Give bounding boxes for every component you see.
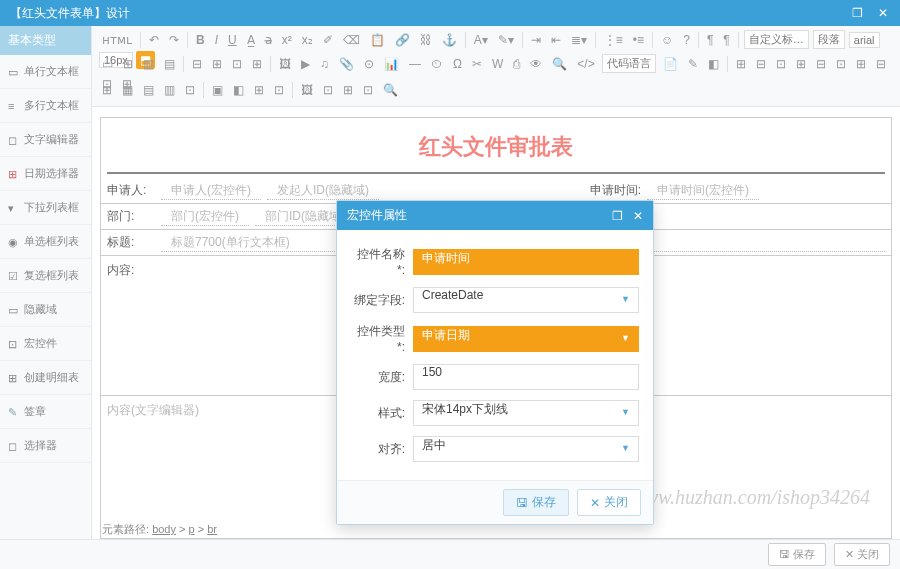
- tb-tcell5-icon[interactable]: ⊟: [812, 55, 830, 73]
- tb-r3-4-icon[interactable]: ▥: [160, 81, 179, 99]
- tb-r3-3-icon[interactable]: ▤: [139, 81, 158, 99]
- tb-print-icon[interactable]: ⎙: [509, 55, 524, 73]
- field-dept[interactable]: 部门(宏控件): [161, 208, 249, 226]
- tb-spechar-icon[interactable]: Ω: [449, 55, 466, 73]
- sidebar-item-selector[interactable]: ◻选择器: [0, 429, 91, 463]
- tb-r3-2-icon[interactable]: ▦: [118, 81, 137, 99]
- tb-r3-1-icon[interactable]: ⊞: [98, 81, 116, 99]
- tb-tcell7-icon[interactable]: ⊞: [852, 55, 870, 73]
- tb-code-icon[interactable]: </>: [573, 55, 598, 73]
- tb-outdent-icon[interactable]: ⇤: [547, 31, 565, 49]
- tb-draft-icon[interactable]: ✎: [684, 55, 702, 73]
- path-br[interactable]: br: [207, 523, 217, 535]
- tb-template-icon[interactable]: 📄: [659, 55, 682, 73]
- tb-map-icon[interactable]: ⊙: [360, 55, 378, 73]
- footer-close-button[interactable]: ✕ 关闭: [834, 543, 890, 566]
- tb-underline-icon[interactable]: U: [224, 31, 241, 49]
- tb-emoji-icon[interactable]: ☺: [657, 31, 677, 49]
- tb-form-icon[interactable]: ▭: [98, 55, 117, 73]
- tb-image-icon[interactable]: 🖼: [275, 55, 295, 73]
- window-maximize-icon[interactable]: ❐: [850, 6, 864, 20]
- tb-r3-7-icon[interactable]: ◧: [229, 81, 248, 99]
- tb-sub-icon[interactable]: x₂: [298, 31, 317, 49]
- tb-wordimg-icon[interactable]: W: [488, 55, 507, 73]
- tb-help-icon[interactable]: ?: [679, 31, 694, 49]
- tb-align-icon[interactable]: ≣▾: [567, 31, 591, 49]
- tb-erase-icon[interactable]: ✐: [319, 31, 337, 49]
- tb-tcell1-icon[interactable]: ⊞: [732, 55, 750, 73]
- field-applicant[interactable]: 申请人(宏控件): [161, 182, 261, 200]
- tb-table-icon[interactable]: ⊞: [119, 55, 137, 73]
- sidebar-item-hidden[interactable]: ▭隐藏域: [0, 293, 91, 327]
- tb-ol-icon[interactable]: ⋮≡: [600, 31, 627, 49]
- path-p[interactable]: p: [189, 523, 195, 535]
- sidebar-item-dropdown[interactable]: ▾下拉列表框: [0, 191, 91, 225]
- tb-tcell8-icon[interactable]: ⊟: [872, 55, 890, 73]
- dialog-close-icon[interactable]: ✕: [633, 209, 643, 223]
- sidebar-item-checkbox[interactable]: ☑复选框列表: [0, 259, 91, 293]
- tb-backcolor-icon[interactable]: ✎▾: [494, 31, 518, 49]
- tb-r3-13-icon[interactable]: ⊡: [359, 81, 377, 99]
- select-control-type[interactable]: 申请日期: [413, 326, 639, 352]
- tb-bold-icon[interactable]: B: [192, 31, 209, 49]
- tb-split-icon[interactable]: ⊞: [248, 55, 266, 73]
- tb-font-select[interactable]: arial: [849, 32, 880, 48]
- sidebar-item-macro[interactable]: ⊡宏控件: [0, 327, 91, 361]
- tb-sup-icon[interactable]: x²: [278, 31, 296, 49]
- tb-bg-icon[interactable]: ◧: [704, 55, 723, 73]
- tb-tcell2-icon[interactable]: ⊟: [752, 55, 770, 73]
- tb-insrow-icon[interactable]: ⊞: [208, 55, 226, 73]
- tb-snap-icon[interactable]: ✂: [468, 55, 486, 73]
- tb-r3-10-icon[interactable]: 🖼: [297, 81, 317, 99]
- select-style[interactable]: 宋体14px下划线: [413, 400, 639, 426]
- field-apply-time[interactable]: 申请时间(宏控件): [647, 182, 759, 200]
- tb-font-icon[interactable]: A̲: [243, 31, 259, 49]
- tb-ul-icon[interactable]: •≡: [629, 31, 648, 49]
- sidebar-item-single-text[interactable]: ▭单行文本框: [0, 55, 91, 89]
- tb-tcell6-icon[interactable]: ⊡: [832, 55, 850, 73]
- tb-r3-14-icon[interactable]: 🔍: [379, 81, 402, 99]
- tb-html-icon[interactable]: ʜᴛᴍʟ: [98, 31, 136, 49]
- tb-audio-icon[interactable]: ♫: [316, 55, 333, 73]
- tb-col-icon[interactable]: ▥: [139, 55, 158, 73]
- tb-undo-icon[interactable]: ↶: [145, 31, 163, 49]
- tb-clear-icon[interactable]: ⌫: [339, 31, 364, 49]
- tb-hr-icon[interactable]: —: [405, 55, 425, 73]
- tb-codelang-select[interactable]: 代码语言: [602, 54, 656, 73]
- sidebar-item-multi-text[interactable]: ≡多行文本框: [0, 89, 91, 123]
- tb-row-icon[interactable]: ▤: [160, 55, 179, 73]
- tb-tcell3-icon[interactable]: ⊡: [772, 55, 790, 73]
- tb-r3-12-icon[interactable]: ⊞: [339, 81, 357, 99]
- sidebar-item-detail[interactable]: ⊞创建明细表: [0, 361, 91, 395]
- input-width[interactable]: 150: [413, 364, 639, 390]
- tb-video-icon[interactable]: ▶: [297, 55, 314, 73]
- tb-custom-select[interactable]: 自定义标…: [744, 30, 809, 49]
- tb-link-icon[interactable]: 🔗: [391, 31, 414, 49]
- dialog-save-button[interactable]: 🖫 保存: [503, 489, 569, 516]
- sidebar-item-radio[interactable]: ◉单选框列表: [0, 225, 91, 259]
- tb-forecolor-icon[interactable]: A▾: [470, 31, 492, 49]
- select-align[interactable]: 居中: [413, 436, 639, 462]
- tb-r3-9-icon[interactable]: ⊡: [270, 81, 288, 99]
- tb-merge-icon[interactable]: ⊡: [228, 55, 246, 73]
- tb-anchor-icon[interactable]: ⚓: [438, 31, 461, 49]
- tb-delrow-icon[interactable]: ⊟: [188, 55, 206, 73]
- tb-redo-icon[interactable]: ↷: [165, 31, 183, 49]
- tb-rtl-icon[interactable]: ¶: [719, 31, 733, 49]
- input-control-name[interactable]: 申请时间: [413, 249, 639, 275]
- dialog-maximize-icon[interactable]: ❐: [612, 209, 623, 223]
- tb-italic-icon[interactable]: I: [211, 31, 222, 49]
- tb-r3-5-icon[interactable]: ⊡: [181, 81, 199, 99]
- tb-ltr-icon[interactable]: ¶: [703, 31, 717, 49]
- sidebar-item-richtext[interactable]: ◻文字编辑器: [0, 123, 91, 157]
- tb-chart-icon[interactable]: 📊: [380, 55, 403, 73]
- sidebar-item-stamp[interactable]: ✎签章: [0, 395, 91, 429]
- tb-time-icon[interactable]: ⏲: [427, 55, 447, 73]
- sidebar-item-datepicker[interactable]: ⊞日期选择器: [0, 157, 91, 191]
- path-body[interactable]: body: [152, 523, 176, 535]
- footer-save-button[interactable]: 🖫 保存: [768, 543, 826, 566]
- tb-paragraph-select[interactable]: 段落: [813, 30, 845, 49]
- field-initiator-id[interactable]: 发起人ID(隐藏域): [267, 182, 379, 200]
- select-bind-field[interactable]: CreateDate: [413, 287, 639, 313]
- window-close-icon[interactable]: ✕: [876, 6, 890, 20]
